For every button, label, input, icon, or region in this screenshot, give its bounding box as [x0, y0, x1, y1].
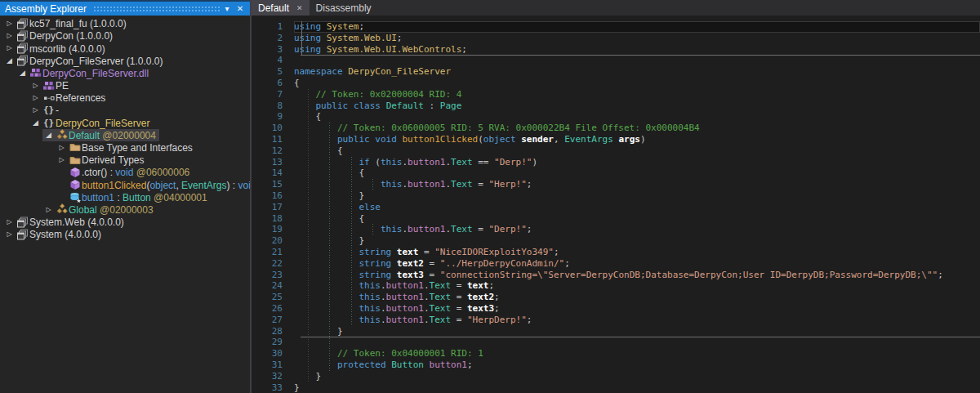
code-line: 32 } — [252, 371, 980, 382]
class-icon — [55, 203, 69, 215]
code-line: 19 this.button1.Text = "Derp!"; — [252, 224, 980, 235]
code-line: 14 { — [252, 167, 980, 179]
expander-icon[interactable]: ▷ — [42, 203, 55, 216]
tree-item[interactable]: ▷System.Web (4.0.0.0) — [0, 216, 250, 228]
code-line: 18 { — [252, 213, 980, 225]
tree-item[interactable]: ▷Global @02000003 — [0, 203, 250, 216]
code-line-text: // Token: 0x02000004 RID: 4 — [294, 89, 980, 100]
tab-close-icon[interactable]: ✕ — [296, 4, 303, 12]
line-number: 9 — [252, 111, 294, 123]
chevron-down-icon[interactable]: ▾ — [220, 2, 234, 15]
code-line-text: using System; — [294, 21, 980, 33]
expander-icon[interactable]: ▷ — [29, 79, 42, 92]
expander-icon[interactable]: ◢ — [42, 129, 55, 141]
code-line: 7 // Token: 0x02000004 RID: 4 — [252, 89, 980, 100]
code-line-text: } — [294, 235, 980, 247]
code-line-text: { — [294, 145, 980, 157]
line-number: 8 — [252, 100, 294, 112]
code-line: 8 public class Default : Page — [252, 100, 980, 112]
expander-icon[interactable]: ▷ — [3, 29, 16, 42]
code-line-text: { — [294, 78, 980, 89]
close-icon[interactable]: ✕ — [234, 2, 247, 15]
line-number: 21 — [252, 247, 294, 258]
line-number: 17 — [252, 202, 294, 213]
code-line-text: { — [294, 213, 980, 225]
expander-icon[interactable]: ▷ — [3, 42, 16, 54]
tree-item[interactable]: ◢DerpyCon_FileServer.dll — [0, 67, 250, 79]
indent-guide — [308, 89, 309, 382]
field-icon — [68, 191, 82, 203]
tree-item[interactable]: ▷{}- — [0, 104, 250, 116]
indent-guide — [329, 123, 330, 371]
tab-strip: Default ✕ Disassembly — [252, 0, 980, 16]
tab-disassembly[interactable]: Disassembly — [310, 0, 378, 16]
expander-icon[interactable]: ◢ — [16, 67, 29, 79]
line-number: 18 — [252, 213, 294, 225]
code-line: 6{ — [252, 78, 980, 89]
line-number: 22 — [252, 258, 294, 270]
tree-item[interactable]: button1 : Button @04000001 — [0, 191, 250, 203]
block-bracket-line — [301, 21, 302, 55]
tree-item[interactable]: ▷kc57_final_fu (1.0.0.0) — [0, 17, 250, 29]
line-number: 14 — [252, 167, 294, 179]
tree-item-label: System.Web (4.0.0.0) — [29, 216, 124, 228]
line-number: 1 — [252, 21, 294, 33]
tree-item-label: mscorlib (4.0.0.0) — [29, 42, 105, 55]
expander-icon[interactable]: ◢ — [29, 117, 42, 129]
code-line: 26 this.button1.Text = text3; — [252, 303, 980, 315]
code-line: 9 { — [252, 111, 980, 123]
expander-icon[interactable]: ▷ — [29, 104, 42, 116]
tab-default[interactable]: Default ✕ — [252, 0, 310, 16]
code-line-text: // Token: 0x04000001 RID: 1 — [294, 348, 980, 360]
tree-item[interactable]: ▷References — [0, 92, 250, 104]
expander-icon[interactable]: ▷ — [56, 141, 68, 154]
expander-icon[interactable]: ▷ — [3, 216, 16, 228]
tree-item[interactable]: ◢DerpyCon_FileServer (1.0.0.0) — [0, 55, 250, 67]
tree-item[interactable]: ▷Base Type and Interfaces — [0, 141, 250, 154]
tree-item[interactable]: ▷DerpyCon (1.0.0.0) — [0, 29, 250, 42]
code-line-text — [294, 337, 980, 348]
tree-item[interactable]: .ctor() : void @06000006 — [0, 166, 250, 178]
assembly-tree[interactable]: ▷kc57_final_fu (1.0.0.0)▷DerpyCon (1.0.0… — [0, 16, 250, 393]
document-area: Default ✕ Disassembly 1using System;2usi… — [252, 0, 980, 393]
namespace-icon: {} — [42, 118, 56, 128]
code-line: 27 this.button1.Text = "HerpDerp!"; — [252, 315, 980, 326]
expander-icon[interactable]: ▷ — [3, 228, 16, 240]
tree-item[interactable]: ▷PE — [0, 79, 250, 92]
tree-item-label: Global @02000003 — [69, 203, 154, 216]
code-line-text — [294, 55, 980, 66]
code-line: 22 string text2 = "../HerpDerpyConAdmin/… — [252, 258, 980, 270]
line-number: 2 — [252, 33, 294, 44]
assembly-icon — [16, 42, 29, 54]
code-line: 4 — [252, 55, 980, 66]
code-line: 2using System.Web.UI; — [252, 33, 980, 44]
panel-title: Assembly Explorer — [5, 3, 93, 15]
tree-item[interactable]: button1Clicked(object, EventArgs) : void — [0, 178, 250, 190]
expander-icon[interactable]: ▷ — [29, 92, 42, 104]
code-line-text: public class Default : Page — [294, 100, 980, 112]
line-number: 26 — [252, 303, 294, 315]
code-line-text: } — [294, 326, 980, 337]
tree-item-label: References — [56, 92, 105, 104]
tree-item[interactable]: ▷Derived Types — [0, 154, 250, 166]
tree-item[interactable]: ▷System (4.0.0.0) — [0, 228, 250, 240]
code-line-text: public void button1Clicked(object sender… — [294, 134, 980, 145]
tree-item-label: DerpyCon_FileServer.dll — [42, 67, 149, 79]
expander-icon[interactable]: ◢ — [3, 55, 16, 67]
code-line: 15 this.button1.Text = "Herp!"; — [252, 179, 980, 190]
folder-icon — [68, 141, 82, 153]
line-number: 16 — [252, 190, 294, 202]
assembly-explorer-titlebar[interactable]: Assembly Explorer ▾ ✕ — [0, 0, 250, 16]
code-editor[interactable]: 1using System;2using System.Web.UI;3usin… — [252, 16, 980, 393]
tree-item-label: System (4.0.0.0) — [29, 228, 101, 240]
tree-item[interactable]: ◢{}DerpyCon_FileServer — [0, 117, 250, 129]
tree-item[interactable]: ▷mscorlib (4.0.0.0) — [0, 42, 250, 54]
code-line-text: string text2 = "../HerpDerpyConAdmin/"; — [294, 258, 980, 270]
line-number: 28 — [252, 326, 294, 337]
expander-icon[interactable]: ▷ — [3, 17, 16, 29]
expander-icon[interactable]: ▷ — [56, 154, 68, 166]
tree-item[interactable]: ◢Default @02000004 — [0, 129, 250, 141]
code-line-text: string text3 = "connectionString=\"Serve… — [294, 270, 980, 281]
code-line: 11 public void button1Clicked(object sen… — [252, 134, 980, 145]
code-line-text: { — [294, 167, 980, 179]
